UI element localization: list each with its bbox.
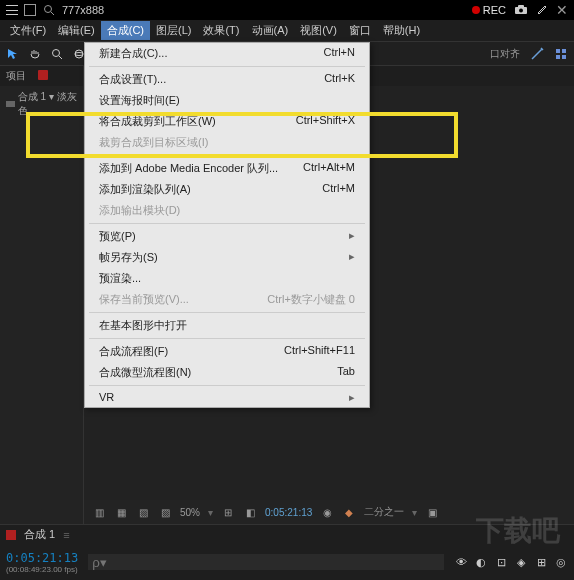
pencil-icon[interactable] (536, 3, 548, 17)
chevron-right-icon: ▸ (349, 250, 355, 265)
svg-point-5 (53, 49, 60, 56)
menu-item-7[interactable]: 添加到 Adobe Media Encoder 队列...Ctrl+Alt+M (85, 158, 369, 179)
menu-item-label: 新建合成(C)... (99, 46, 167, 61)
menu-shortcut: Ctrl+Shift+X (296, 114, 355, 129)
document-title: 777x888 (62, 4, 104, 16)
timeline-tab[interactable]: 合成 1 (24, 527, 55, 542)
composition-menu: 新建合成(C)...Ctrl+N合成设置(T)...Ctrl+K设置海报时间(E… (84, 42, 370, 408)
camera-view-icon[interactable]: ▣ (425, 505, 439, 519)
graph-icon[interactable]: ⊞ (534, 555, 548, 569)
menu-item-3[interactable]: 设置海报时间(E) (85, 90, 369, 111)
project-tab[interactable]: 项目 (0, 67, 32, 85)
project-panel: 项目 合成 1 ▾ 淡灰色 (0, 66, 84, 524)
svg-rect-12 (562, 55, 566, 59)
snapshot-icon[interactable]: ◉ (320, 505, 334, 519)
menu-item-16[interactable]: 在基本图形中打开 (85, 315, 369, 336)
menu-item-0[interactable]: 新建合成(C)...Ctrl+N (85, 43, 369, 64)
menu-item-label: 合成微型流程图(N) (99, 365, 191, 380)
menu-item-label: 帧另存为(S) (99, 250, 158, 265)
menu-layer[interactable]: 图层(L) (150, 21, 197, 40)
svg-point-8 (75, 52, 83, 55)
menu-item-5: 裁剪合成到目标区域(I) (85, 132, 369, 153)
menu-separator (89, 155, 365, 156)
time-value[interactable]: 0:05:21:13 (265, 507, 312, 518)
menu-window[interactable]: 窗口 (343, 21, 377, 40)
menu-view[interactable]: 视图(V) (294, 21, 343, 40)
menu-item-label: VR (99, 391, 114, 404)
menu-help[interactable]: 帮助(H) (377, 21, 426, 40)
menu-effect[interactable]: 效果(T) (197, 21, 245, 40)
menu-item-label: 在基本图形中打开 (99, 318, 187, 333)
3d-icon[interactable]: ◈ (514, 555, 528, 569)
hamburger-icon[interactable] (6, 5, 18, 15)
menu-item-label: 添加到 Adobe Media Encoder 队列... (99, 161, 278, 176)
menu-item-4[interactable]: 将合成裁剪到工作区(W)Ctrl+Shift+X (85, 111, 369, 132)
svg-point-0 (45, 6, 52, 13)
menu-item-14: 保存当前预览(V)...Ctrl+数字小键盘 0 (85, 289, 369, 310)
menu-item-8[interactable]: 添加到渲染队列(A)Ctrl+M (85, 179, 369, 200)
menu-item-12[interactable]: 帧另存为(S)▸ (85, 247, 369, 268)
wand-tool-icon[interactable] (530, 47, 544, 61)
menu-item-label: 将合成裁剪到工作区(W) (99, 114, 216, 129)
menu-separator (89, 338, 365, 339)
menu-item-18[interactable]: 合成流程图(F)Ctrl+Shift+F11 (85, 341, 369, 362)
effects-tab[interactable] (32, 68, 54, 84)
timeline-search-input[interactable] (88, 554, 444, 570)
grid-tool-icon[interactable] (554, 47, 568, 61)
menu-shortcut: Ctrl+数字小键盘 0 (267, 292, 355, 307)
svg-line-6 (59, 56, 62, 59)
hand-tool-icon[interactable] (28, 47, 42, 61)
title-bar: 777x888 REC ✕ (0, 0, 574, 20)
menu-composition[interactable]: 合成(C) (101, 21, 150, 40)
menu-item-19[interactable]: 合成微型流程图(N)Tab (85, 362, 369, 383)
svg-point-4 (519, 8, 523, 12)
mask-icon[interactable]: ▧ (136, 505, 150, 519)
svg-line-1 (51, 12, 54, 15)
menu-separator (89, 223, 365, 224)
menu-item-13[interactable]: 预渲染... (85, 268, 369, 289)
menu-edit[interactable]: 编辑(E) (52, 21, 101, 40)
menu-item-2[interactable]: 合成设置(T)...Ctrl+K (85, 69, 369, 90)
motion-blur-icon[interactable]: ◐ (474, 555, 488, 569)
menu-separator (89, 385, 365, 386)
window-icon[interactable] (24, 4, 36, 16)
menu-item-label: 添加输出模块(D) (99, 203, 180, 218)
layer-icon[interactable]: ⊞ (221, 505, 235, 519)
frame-blend-icon[interactable]: ⊡ (494, 555, 508, 569)
align-label[interactable]: 口对齐 (490, 47, 520, 61)
menu-item-11[interactable]: 预览(P)▸ (85, 226, 369, 247)
rec-indicator: REC (472, 4, 506, 16)
fx-icon[interactable]: ▨ (158, 505, 172, 519)
menu-item-9: 添加输出模块(D) (85, 200, 369, 221)
menu-item-label: 合成流程图(F) (99, 344, 168, 359)
svg-rect-10 (562, 49, 566, 53)
zoom-tool-icon[interactable] (50, 47, 64, 61)
comp-color-icon (6, 530, 16, 540)
menu-animation[interactable]: 动画(A) (246, 21, 295, 40)
colormgmt-icon[interactable]: ◆ (342, 505, 356, 519)
draft-icon[interactable]: ◎ (554, 555, 568, 569)
menu-bar: 文件(F) 编辑(E) 合成(C) 图层(L) 效果(T) 动画(A) 视图(V… (0, 20, 574, 42)
arrow-tool-icon[interactable] (6, 47, 20, 61)
search-icon[interactable] (42, 3, 56, 17)
color-swatch (6, 101, 15, 107)
menu-shortcut: Ctrl+Shift+F11 (284, 344, 355, 359)
shy-icon[interactable]: 👁 (454, 555, 468, 569)
zoom-value[interactable]: 50% (180, 507, 200, 518)
scale-value[interactable]: 二分之一 (364, 505, 404, 519)
camera-icon[interactable] (514, 4, 528, 17)
menu-shortcut: Ctrl+M (322, 182, 355, 197)
menu-file[interactable]: 文件(F) (4, 21, 52, 40)
menu-separator (89, 312, 365, 313)
channel-icon[interactable]: ◧ (243, 505, 257, 519)
menu-item-21[interactable]: VR▸ (85, 388, 369, 407)
resolution-icon[interactable]: ▥ (92, 505, 106, 519)
timeline-panel: 合成 1 ≡ 0:05:21:13 (00:08:49:23.00 fps) 👁… (0, 524, 574, 580)
menu-item-label: 添加到渲染队列(A) (99, 182, 191, 197)
menu-shortcut: Ctrl+Alt+M (303, 161, 355, 176)
comp-info: 合成 1 ▾ 淡灰色 (0, 86, 83, 122)
menu-item-label: 合成设置(T)... (99, 72, 166, 87)
close-icon[interactable]: ✕ (556, 2, 568, 18)
transparency-icon[interactable]: ▦ (114, 505, 128, 519)
current-timecode[interactable]: 0:05:21:13 (6, 551, 78, 565)
